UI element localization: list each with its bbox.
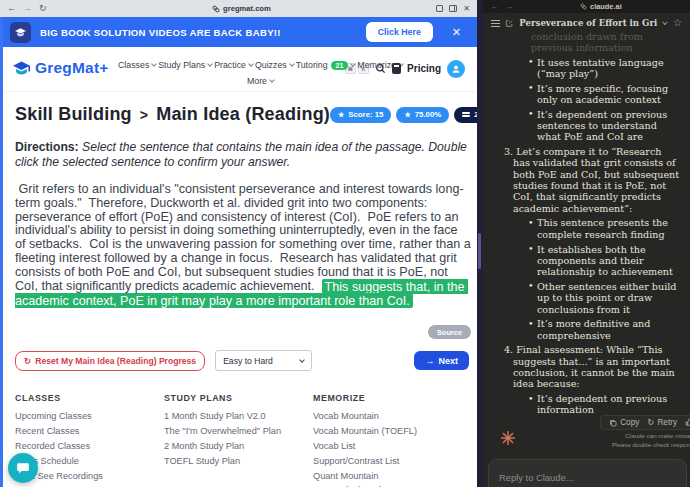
source-button[interactable]: Source (428, 325, 471, 339)
nav-item-more[interactable]: More (247, 76, 274, 86)
promo-banner: BIG BOOK SOLUTION VIDEOS ARE BACK BABY!!… (0, 17, 477, 47)
nav-item-practice[interactable]: Practice (214, 60, 253, 70)
nav-item-label: Classes (118, 60, 149, 70)
star-favorite-icon[interactable]: ☆ (673, 18, 682, 28)
reply-input[interactable] (499, 472, 676, 483)
footer-link[interactable]: Quant Mountain (313, 472, 462, 481)
star-icon: ★ (404, 111, 410, 118)
gregmat-brand[interactable]: GregMat+ (12, 47, 109, 79)
star-icon: ★ (338, 111, 344, 118)
questions-icon (462, 111, 470, 118)
footer-link[interactable]: Recent Classes (15, 427, 164, 436)
pricing-icon (392, 63, 401, 74)
footer-column-title: MEMORIZE (313, 393, 462, 403)
thumbs-up-icon[interactable] (685, 418, 690, 427)
retry-icon: ↻ (647, 418, 654, 427)
chevron-down-icon (269, 77, 275, 83)
claude-bullet-item: It’s more specific, focusing only on aca… (528, 83, 680, 106)
page-content: Skill Building>Main Idea (Reading) ★Scor… (0, 92, 477, 487)
chat-widget-button[interactable] (8, 453, 38, 483)
banner-cta-button[interactable]: Click Here (366, 22, 433, 42)
footer-link[interactable]: Recorded Classes (15, 442, 164, 451)
nav-item-label: Memorize (357, 60, 396, 70)
reset-icon: ↻ (24, 356, 31, 366)
reset-progress-button[interactable]: ↻Reset My Main Idea (Reading) Progress (15, 351, 205, 371)
menu-icon[interactable] (491, 20, 499, 27)
nav-item-study-plans[interactable]: Study Plans (158, 60, 212, 70)
claude-faded-line: conclusion drawn from previous informati… (531, 33, 680, 54)
difficulty-select[interactable]: Easy to Hard (215, 350, 312, 371)
nav-item-label: Tutoring (296, 60, 328, 70)
nav-item-classes[interactable]: Classes (118, 60, 156, 70)
footer-links: CLASSESUpcoming ClassesRecent ClassesRec… (15, 393, 462, 487)
passage[interactable]: Grit refers to an individual's "consiste… (15, 183, 471, 308)
footer-link[interactable]: Vocab Mountain (313, 412, 462, 421)
chevron-down-icon (207, 61, 213, 67)
claude-bullet-item: This sentence presents the complete rese… (528, 217, 680, 240)
claude-numbered-item: 4. Final assessment: While “This suggest… (504, 344, 680, 389)
back-icon[interactable]: ← (7, 4, 16, 13)
forward-icon[interactable]: → (505, 2, 512, 11)
claude-bullet-item: It establishes both the components and t… (528, 244, 680, 278)
nav-item-quizzes[interactable]: Quizzes (255, 60, 294, 70)
claude-bullet-item: It uses tentative language (“may play”) (528, 57, 680, 80)
breadcrumb-skill-building[interactable]: Skill Building (15, 104, 132, 124)
claude-bullet-item: It’s dependent on previous information (528, 393, 680, 415)
footer-link[interactable]: Must See Recordings (15, 472, 164, 481)
footer-link[interactable]: 2 Month Study Plan (164, 442, 313, 451)
brand-name: GregMat+ (35, 59, 109, 77)
link-icon (580, 3, 587, 10)
new-chat-icon[interactable] (505, 19, 513, 28)
window-edge-accent (0, 17, 3, 487)
footer-link[interactable]: Support/Contrast List (313, 457, 462, 466)
passage-text[interactable]: Grit refers to an individual's "consiste… (15, 182, 474, 293)
banner-close-icon[interactable]: ✕ (452, 26, 461, 39)
footer-link[interactable]: Vocab List (313, 442, 462, 451)
breadcrumb-main-idea: Main Idea (Reading) (156, 104, 330, 124)
footer-column: MEMORIZEVocab MountainVocab Mountain (TO… (313, 393, 462, 487)
copy-icon (609, 419, 617, 427)
footer-column: CLASSESUpcoming ClassesRecent ClassesRec… (15, 393, 164, 487)
claude-browser-chrome: ← → claude.ai (483, 0, 690, 13)
claude-window: ← → claude.ai Perseverance of Effort in … (483, 0, 690, 487)
directions-label: Directions: (15, 140, 79, 154)
percent-badge: ★75.00% (396, 107, 449, 123)
chevron-down-icon (299, 357, 305, 363)
address-bar[interactable]: gregmat.com (54, 4, 430, 13)
gregmat-mascot-icon (10, 22, 31, 43)
conversation-title[interactable]: Perseverance of Effort in Grit Predicts … (519, 18, 657, 28)
directions: Directions: Select the sentence that con… (15, 140, 469, 171)
nav-item-label: Study Plans (158, 60, 205, 70)
retry-button[interactable]: ↻ Retry (647, 418, 677, 427)
refresh-icon[interactable]: ↻ (39, 4, 47, 13)
footer-link[interactable]: Vocab Mountain (TOEFL) (313, 427, 462, 436)
next-button[interactable]: →Next (414, 351, 469, 370)
forward-icon[interactable]: → (23, 4, 32, 13)
avatar[interactable] (447, 60, 465, 78)
tab-overview-icon[interactable] (436, 5, 443, 12)
footer-link[interactable]: 1 Month Study Plan V2.0 (164, 412, 313, 421)
claude-bullet-item: It’s more definitive and comprehensive (528, 318, 680, 341)
copy-button[interactable]: Copy (609, 418, 639, 427)
nav-item-tutoring[interactable]: Tutoring21 (296, 60, 356, 70)
back-icon[interactable]: ← (491, 2, 498, 11)
chevron-down-icon (151, 61, 157, 67)
window-resize-handle[interactable] (478, 233, 481, 269)
claude-message: conclusion drawn from previous informati… (483, 33, 690, 415)
message-actions: Copy ↻ Retry (600, 415, 690, 430)
claude-logo-icon (500, 430, 516, 450)
footer-link[interactable]: The "I'm Overwhelmed" Plan (164, 427, 313, 436)
close-window-icon[interactable]: ✕ (463, 4, 470, 13)
footer-link[interactable]: TOEFL Study Plan (164, 457, 313, 466)
footer-column-title: STUDY PLANS (164, 393, 313, 403)
banner-text: BIG BOOK SOLUTION VIDEOS ARE BACK BABY!! (40, 27, 357, 38)
tutoring-count-badge: 21 (331, 61, 349, 70)
split-view-icon[interactable] (449, 5, 457, 12)
footer-link[interactable]: Upcoming Classes (15, 412, 164, 421)
reply-box[interactable] (488, 459, 687, 487)
pricing-link[interactable]: Pricing (407, 63, 441, 74)
chevron-down-icon (351, 61, 357, 67)
footer-column: STUDY PLANS1 Month Study Plan V2.0The "I… (164, 393, 313, 487)
claude-numbered-item: 3. Let’s compare it to “Research has val… (504, 146, 680, 214)
address-bar[interactable]: claude.ai (520, 2, 682, 11)
